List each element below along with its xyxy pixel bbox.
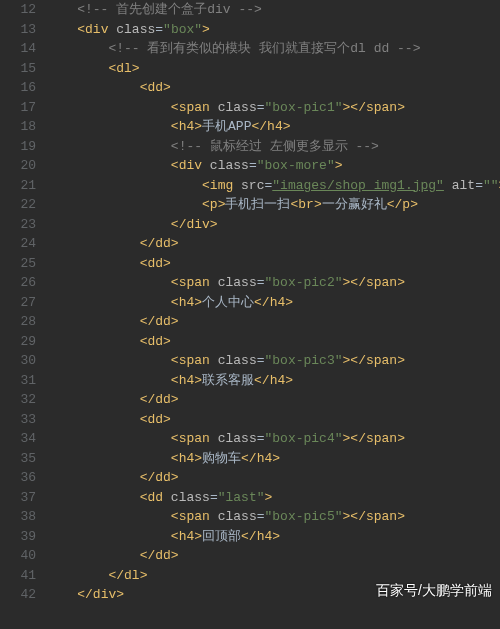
token-tag: span [179, 275, 210, 290]
code-content[interactable]: <h4>个人中心</h4> [46, 293, 500, 313]
code-content[interactable]: <p>手机扫一扫<br>一分赢好礼</p> [46, 195, 500, 215]
code-line[interactable]: 40 </dd> [0, 546, 500, 566]
code-line[interactable]: 32 </dd> [0, 390, 500, 410]
token-attr: class [218, 509, 257, 524]
code-line[interactable]: 30 <span class="box-pic3"></span> [0, 351, 500, 371]
code-content[interactable]: <span class="box-pic5"></span> [46, 507, 500, 527]
token-tag: dd [147, 490, 163, 505]
token-ang: < [171, 451, 179, 466]
code-line[interactable]: 27 <h4>个人中心</h4> [0, 293, 500, 313]
token-ang: > [397, 275, 405, 290]
code-line[interactable]: 36 </dd> [0, 468, 500, 488]
code-content[interactable]: <h4>手机APP</h4> [46, 117, 500, 137]
token-ang: < [202, 178, 210, 193]
token-tag: span [366, 275, 397, 290]
token-ang: > [335, 158, 343, 173]
line-number: 40 [0, 546, 46, 566]
line-number: 14 [0, 39, 46, 59]
code-content[interactable]: </dd> [46, 234, 500, 254]
token-attr: class [210, 158, 249, 173]
code-content[interactable]: </dd> [46, 546, 500, 566]
code-line[interactable]: 13 <div class="box"> [0, 20, 500, 40]
code-line[interactable]: 16 <dd> [0, 78, 500, 98]
token-eq: = [257, 100, 265, 115]
code-line[interactable]: 15 <dl> [0, 59, 500, 79]
token-tag: span [366, 353, 397, 368]
token-str: "box-pic4" [265, 431, 343, 446]
line-number: 25 [0, 254, 46, 274]
code-line[interactable]: 17 <span class="box-pic1"></span> [0, 98, 500, 118]
token-ang: > [272, 451, 280, 466]
code-content[interactable]: <dd class="last"> [46, 488, 500, 508]
code-content[interactable]: </dl> [46, 566, 500, 586]
token-ang: < [77, 22, 85, 37]
code-line[interactable]: 14 <!-- 看到有类似的模块 我们就直接写个dl dd --> [0, 39, 500, 59]
token-tag: dd [155, 236, 171, 251]
code-line[interactable]: 20 <div class="box-more"> [0, 156, 500, 176]
code-content[interactable]: <span class="box-pic2"></span> [46, 273, 500, 293]
code-content[interactable]: <dd> [46, 78, 500, 98]
code-line[interactable]: 39 <h4>回顶部</h4> [0, 527, 500, 547]
code-content[interactable]: <dd> [46, 332, 500, 352]
code-content[interactable]: <h4>联系客服</h4> [46, 371, 500, 391]
line-number: 38 [0, 507, 46, 527]
code-content[interactable]: </div> [46, 215, 500, 235]
code-line[interactable]: 33 <dd> [0, 410, 500, 430]
code-editor[interactable]: 12 <!-- 首先创建个盒子div -->13 <div class="box… [0, 0, 500, 605]
code-content[interactable]: <img src="images/shop_img1.jpg" alt=""> [46, 176, 500, 196]
code-content[interactable]: <h4>回顶部</h4> [46, 527, 500, 547]
code-line[interactable]: 12 <!-- 首先创建个盒子div --> [0, 0, 500, 20]
code-line[interactable]: 38 <span class="box-pic5"></span> [0, 507, 500, 527]
token-tag: h4 [179, 451, 195, 466]
code-content[interactable]: <h4>购物车</h4> [46, 449, 500, 469]
code-line[interactable]: 41 </dl> [0, 566, 500, 586]
token-tag: span [179, 353, 210, 368]
token-ang: < [171, 353, 179, 368]
token-tag: div [186, 217, 209, 232]
code-content[interactable]: <!-- 鼠标经过 左侧更多显示 --> [46, 137, 500, 157]
token-str: "box-pic1" [265, 100, 343, 115]
code-content[interactable]: </dd> [46, 468, 500, 488]
code-line[interactable]: 28 </dd> [0, 312, 500, 332]
code-line[interactable]: 21 <img src="images/shop_img1.jpg" alt="… [0, 176, 500, 196]
token-str: "box-pic3" [265, 353, 343, 368]
code-content[interactable]: </dd> [46, 312, 500, 332]
code-content[interactable]: <!-- 看到有类似的模块 我们就直接写个dl dd --> [46, 39, 500, 59]
token-eq: = [257, 509, 265, 524]
code-content[interactable]: <div class="box"> [46, 20, 500, 40]
token-tag: h4 [179, 529, 195, 544]
code-line[interactable]: 35 <h4>购物车</h4> [0, 449, 500, 469]
code-content[interactable]: <span class="box-pic1"></span> [46, 98, 500, 118]
code-line[interactable]: 19 <!-- 鼠标经过 左侧更多显示 --> [0, 137, 500, 157]
code-content[interactable]: </dd> [46, 390, 500, 410]
code-line[interactable]: 18 <h4>手机APP</h4> [0, 117, 500, 137]
code-line[interactable]: 22 <p>手机扫一扫<br>一分赢好礼</p> [0, 195, 500, 215]
code-content[interactable]: <span class="box-pic3"></span> [46, 351, 500, 371]
token-ang: </ [171, 217, 187, 232]
code-line[interactable]: 42 </div> [0, 585, 500, 605]
token-ang: </ [254, 295, 270, 310]
code-line[interactable]: 24 </dd> [0, 234, 500, 254]
token-ang: </ [350, 275, 366, 290]
code-line[interactable]: 25 <dd> [0, 254, 500, 274]
code-content[interactable]: <dl> [46, 59, 500, 79]
code-content[interactable]: <span class="box-pic4"></span> [46, 429, 500, 449]
code-content[interactable]: <dd> [46, 254, 500, 274]
code-content[interactable]: <div class="box-more"> [46, 156, 500, 176]
token-ang: </ [140, 314, 156, 329]
code-line[interactable]: 37 <dd class="last"> [0, 488, 500, 508]
code-line[interactable]: 29 <dd> [0, 332, 500, 352]
line-number: 41 [0, 566, 46, 586]
token-txt: 手机扫一扫 [225, 197, 290, 212]
code-content[interactable]: </div> [46, 585, 500, 605]
code-line[interactable]: 31 <h4>联系客服</h4> [0, 371, 500, 391]
code-line[interactable]: 23 </div> [0, 215, 500, 235]
token-ang: > [265, 490, 273, 505]
token-ang: > [285, 373, 293, 388]
token-tag: div [85, 22, 108, 37]
token-ang: < [171, 509, 179, 524]
code-content[interactable]: <!-- 首先创建个盒子div --> [46, 0, 500, 20]
code-content[interactable]: <dd> [46, 410, 500, 430]
code-line[interactable]: 34 <span class="box-pic4"></span> [0, 429, 500, 449]
code-line[interactable]: 26 <span class="box-pic2"></span> [0, 273, 500, 293]
